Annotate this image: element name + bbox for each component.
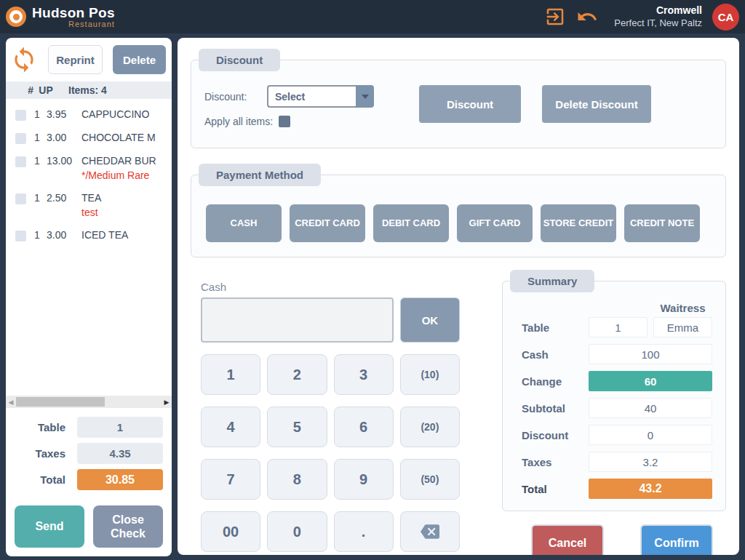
keypad-5[interactable]: 5	[267, 407, 327, 447]
keypad-3[interactable]: 3	[334, 354, 394, 395]
list-item[interactable]: 1 13.00 CHEDDAR BUR */Medium Rare	[6, 150, 172, 187]
item-name: ICED TEA	[81, 229, 128, 241]
check-totals: Table 1 Taxes 4.35 Total 30.85	[6, 408, 172, 500]
apply-all-items-checkbox[interactable]	[279, 116, 290, 127]
keypad-quick-20[interactable]: (20)	[400, 407, 460, 447]
discount-field-label: Discount:	[204, 91, 267, 103]
chevron-down-icon[interactable]	[356, 85, 374, 108]
delete-button[interactable]: Delete	[113, 45, 166, 74]
brand-logo-icon	[6, 7, 26, 27]
ok-button[interactable]: OK	[400, 297, 460, 343]
payment-method-legend: Payment Method	[199, 164, 321, 186]
cash-amount-input[interactable]	[201, 297, 394, 343]
list-item[interactable]: 1 3.00 CHOCOLATE M	[6, 127, 172, 150]
summary-table-label: Table	[516, 321, 589, 334]
payment-panel: Discount Discount: Select Apply all item…	[178, 38, 739, 555]
list-item[interactable]: 1 3.95 CAPPUCCINO	[6, 103, 172, 127]
logout-icon[interactable]	[544, 6, 566, 28]
table-label: Table	[6, 421, 77, 433]
scrollbar-thumb[interactable]	[16, 397, 105, 407]
summary-total-value: 43.2	[589, 479, 712, 499]
delete-discount-button[interactable]: Delete Discount	[542, 85, 651, 123]
keypad-4[interactable]: 4	[201, 407, 260, 447]
summary-taxes-value: 3.2	[589, 452, 712, 472]
list-item[interactable]: 1 3.00 ICED TEA	[6, 224, 172, 247]
reprint-button[interactable]: Reprint	[48, 45, 103, 74]
user-org: Perfect IT, New Paltz	[614, 17, 702, 29]
apply-discount-button[interactable]: Discount	[419, 85, 521, 123]
refresh-icon[interactable]	[10, 46, 38, 73]
keypad-quick-50[interactable]: (50)	[400, 459, 460, 500]
summary-legend: Summary	[510, 270, 594, 292]
brand-subtitle: Restaurant	[68, 20, 115, 28]
avatar[interactable]: CA	[712, 4, 739, 31]
scroll-right-icon[interactable]: ▶	[162, 399, 172, 406]
summary-subtotal-value: 40	[589, 398, 712, 418]
taxes-value: 4.35	[77, 443, 163, 464]
item-name: TEA	[81, 192, 101, 204]
keypad-00[interactable]: 00	[201, 511, 260, 552]
keypad-8[interactable]: 8	[267, 459, 327, 500]
taxes-label: Taxes	[6, 447, 77, 460]
items-list-header: # UP Items: 4	[6, 81, 172, 99]
item-checkbox[interactable]	[15, 193, 26, 204]
item-name: CAPPUCCINO	[81, 108, 149, 120]
backspace-icon[interactable]	[400, 511, 460, 552]
user-info: Cromwell Perfect IT, New Paltz	[614, 4, 702, 29]
discount-select-value[interactable]: Select	[267, 85, 356, 108]
brand-logo: Hudson Pos Restaurant	[6, 5, 115, 28]
keypad-6[interactable]: 6	[334, 407, 394, 447]
item-checkbox[interactable]	[15, 133, 26, 144]
discount-legend: Discount	[199, 49, 280, 71]
cash-input-label: Cash	[201, 281, 460, 293]
discount-select[interactable]: Select	[267, 85, 374, 108]
table-value: 1	[77, 417, 163, 438]
item-modifier-note: */Medium Rare	[81, 169, 156, 181]
keypad-decimal[interactable]: .	[334, 511, 394, 552]
item-checkbox[interactable]	[15, 110, 26, 121]
cancel-button[interactable]: Cancel	[531, 524, 604, 555]
order-panel: Reprint Delete # UP Items: 4 1 3.95 CAPP…	[6, 38, 172, 556]
list-item[interactable]: 1 2.50 TEA test	[6, 187, 172, 224]
item-checkbox[interactable]	[15, 231, 26, 241]
summary-cash-value: 100	[589, 344, 712, 364]
horizontal-scrollbar[interactable]: ◀ ▶	[6, 396, 172, 408]
payment-method-section: Payment Method CASH CREDIT CARD DEBIT CA…	[191, 175, 726, 257]
confirm-button[interactable]: Confirm	[640, 524, 713, 555]
summary-discount-value: 0	[589, 425, 712, 445]
user-name: Cromwell	[614, 4, 702, 17]
payment-credit-note-button[interactable]: CREDIT NOTE	[624, 204, 700, 242]
summary-table-value: 1	[589, 317, 648, 337]
keypad-2[interactable]: 2	[267, 354, 327, 395]
total-label: Total	[6, 473, 77, 486]
keypad-0[interactable]: 0	[267, 511, 327, 552]
item-checkbox[interactable]	[15, 156, 26, 167]
keypad-9[interactable]: 9	[334, 459, 394, 500]
item-modifier-note: test	[81, 207, 101, 218]
payment-credit-card-button[interactable]: CREDIT CARD	[290, 204, 365, 242]
summary-subtotal-label: Subtotal	[516, 402, 589, 415]
send-button[interactable]: Send	[15, 505, 84, 548]
keypad-quick-10[interactable]: (10)	[400, 354, 460, 395]
items-list: 1 3.95 CAPPUCCINO 1 3.00 CHOCOLATE M 1 1…	[6, 99, 172, 396]
undo-icon[interactable]	[576, 6, 598, 28]
payment-cash-button[interactable]: CASH	[206, 204, 282, 242]
summary-discount-label: Discount	[516, 429, 589, 441]
item-name: CHOCOLATE M	[81, 132, 156, 143]
payment-debit-card-button[interactable]: DEBIT CARD	[373, 204, 449, 242]
cash-keypad: Cash OK 1 2 3 (10) 4 5 6 (20) 7 8 9 (50)…	[201, 281, 460, 555]
apply-all-items-label: Apply all items:	[204, 116, 273, 127]
brand-name: Hudson Pos	[32, 5, 115, 21]
payment-gift-card-button[interactable]: GIFT CARD	[457, 204, 533, 242]
keypad-7[interactable]: 7	[201, 459, 260, 500]
summary-waitress-value: Emma	[653, 317, 712, 337]
summary-taxes-label: Taxes	[516, 456, 589, 468]
items-count: Items: 4	[68, 84, 107, 96]
discount-section: Discount Discount: Select Apply all item…	[191, 60, 726, 148]
summary-cash-label: Cash	[516, 348, 589, 361]
close-check-button[interactable]: Close Check	[93, 505, 163, 548]
waitress-column-header: Waitress	[653, 302, 712, 314]
keypad-1[interactable]: 1	[201, 354, 260, 395]
scroll-left-icon[interactable]: ◀	[6, 399, 16, 406]
payment-store-credit-button[interactable]: STORE CREDIT	[541, 204, 616, 242]
